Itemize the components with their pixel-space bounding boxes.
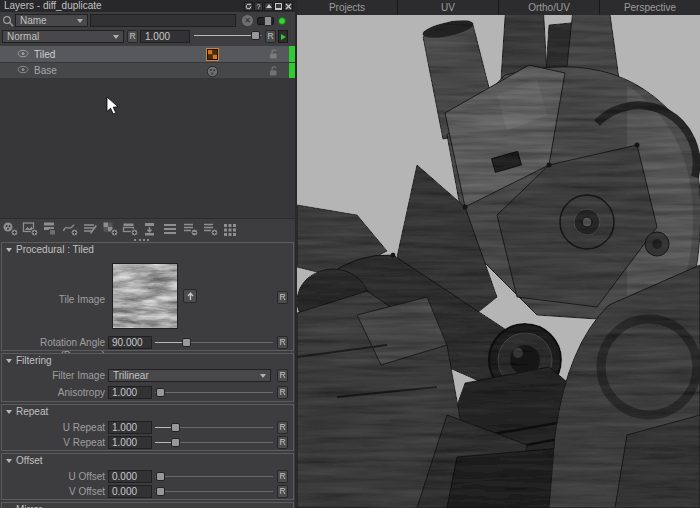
- anisotropy-slider[interactable]: [155, 386, 273, 399]
- visibility-eye-icon[interactable]: [17, 49, 29, 60]
- layer-search-input[interactable]: [90, 14, 236, 27]
- filter-toggle[interactable]: [257, 17, 274, 25]
- filter-image-reset-button[interactable]: R: [277, 369, 288, 382]
- remove-layer-icon[interactable]: [182, 221, 199, 237]
- search-filter-dropdown[interactable]: Name: [15, 14, 88, 27]
- slider-handle[interactable]: [156, 472, 165, 481]
- slider-handle[interactable]: [156, 487, 165, 496]
- section-collapse-icon: [6, 459, 12, 463]
- u-offset-reset-button[interactable]: R: [277, 470, 288, 483]
- slider-handle[interactable]: [171, 423, 180, 432]
- viewport-3d-canvas[interactable]: [297, 15, 700, 508]
- add-channel-layer-icon[interactable]: [202, 221, 219, 237]
- layer-row-base[interactable]: Base: [0, 63, 295, 78]
- tab-projects[interactable]: Projects: [297, 0, 398, 15]
- section-filtering: Filtering Filter Image Trilinear R Aniso…: [1, 353, 294, 402]
- layers-palette-titlebar[interactable]: Layers - diff_duplicate ?: [0, 0, 295, 12]
- toolbar-drag-handle[interactable]: [134, 239, 149, 241]
- v-repeat-slider[interactable]: [155, 436, 273, 449]
- u-repeat-slider[interactable]: [155, 421, 273, 434]
- slider-handle[interactable]: [156, 388, 165, 397]
- filter-image-row: Filter Image Trilinear R: [2, 369, 295, 382]
- duplicate-layer-icon[interactable]: [42, 221, 59, 237]
- tab-perspective[interactable]: Perspective: [600, 0, 700, 15]
- u-repeat-reset-button[interactable]: R: [277, 421, 288, 434]
- flatten-layers-icon[interactable]: [162, 221, 179, 237]
- section-repeat-header[interactable]: Repeat: [2, 405, 293, 418]
- section-title: Mirror: [16, 504, 42, 508]
- play-button[interactable]: [278, 30, 288, 43]
- import-image-button[interactable]: [183, 289, 197, 303]
- unlock-icon[interactable]: [268, 48, 279, 62]
- section-collapse-icon: [6, 359, 12, 363]
- tile-image-thumbnail[interactable]: [112, 263, 178, 329]
- u-repeat-label: U Repeat: [2, 421, 105, 434]
- help-icon[interactable]: ?: [254, 2, 263, 11]
- section-filtering-header[interactable]: Filtering: [2, 354, 293, 367]
- tile-image-label: Tile Image: [2, 293, 105, 306]
- u-offset-label: U Offset: [2, 470, 105, 483]
- blend-mode-reset-button[interactable]: R: [127, 30, 138, 43]
- refresh-icon[interactable]: [244, 2, 253, 11]
- blend-mode-row: Normal R 1.000 R: [0, 29, 295, 45]
- merge-layers-icon[interactable]: [142, 221, 159, 237]
- add-procedural-layer-icon[interactable]: [102, 221, 119, 237]
- slider-handle[interactable]: [171, 438, 180, 447]
- layer-opacity-slider[interactable]: [194, 29, 262, 42]
- clear-search-icon[interactable]: ✕: [242, 15, 253, 26]
- tab-ortho-uv[interactable]: Ortho/UV: [499, 0, 600, 15]
- layer-opacity-field[interactable]: 1.000: [140, 30, 190, 43]
- u-offset-slider[interactable]: [155, 470, 273, 483]
- rotation-angle-slider[interactable]: [155, 336, 273, 349]
- anisotropy-reset-button[interactable]: R: [277, 386, 288, 399]
- rotation-angle-field[interactable]: 90.000: [108, 336, 152, 349]
- chevron-down-icon: [77, 19, 83, 23]
- u-repeat-field[interactable]: 1.000: [108, 421, 152, 434]
- layer-name: Base: [34, 65, 57, 76]
- paint-layer-icon[interactable]: [206, 65, 219, 80]
- u-offset-field[interactable]: 0.000: [108, 470, 152, 483]
- section-repeat: Repeat U Repeat 1.000 R V Repeat 1.000 R: [1, 404, 294, 451]
- v-offset-field[interactable]: 0.000: [108, 485, 152, 498]
- v-offset-slider[interactable]: [155, 485, 273, 498]
- chevron-down-icon: [260, 374, 266, 378]
- anisotropy-row: Anisotropy 1.000 R: [2, 386, 295, 399]
- section-title: Filtering: [16, 355, 52, 366]
- procedural-tiled-icon[interactable]: [206, 48, 219, 63]
- layer-row-tiled[interactable]: Tiled: [0, 46, 295, 62]
- add-filter-layer-icon[interactable]: [82, 221, 99, 237]
- close-icon[interactable]: [284, 2, 293, 11]
- add-group-layer-icon[interactable]: [122, 221, 139, 237]
- layer-list[interactable]: Tiled Base: [0, 46, 295, 218]
- v-repeat-reset-button[interactable]: R: [277, 436, 288, 449]
- play-icon: [281, 34, 286, 40]
- v-repeat-field[interactable]: 1.000: [108, 436, 152, 449]
- section-mirror-header[interactable]: Mirror: [2, 503, 293, 508]
- v-offset-reset-button[interactable]: R: [277, 485, 288, 498]
- visibility-eye-icon[interactable]: [17, 65, 29, 76]
- section-collapse-icon: [6, 248, 12, 252]
- opacity-reset-button[interactable]: R: [265, 30, 276, 43]
- add-adjustment-layer-icon[interactable]: [62, 221, 79, 237]
- slider-handle[interactable]: [182, 338, 191, 347]
- float-icon[interactable]: [274, 2, 283, 11]
- filter-image-dropdown[interactable]: Trilinear: [108, 369, 271, 382]
- add-paint-layer-icon[interactable]: [2, 221, 19, 237]
- tile-image-reset-button[interactable]: R: [277, 291, 288, 304]
- section-title: Procedural : Tiled: [16, 244, 94, 255]
- rotation-reset-button[interactable]: R: [277, 336, 288, 349]
- tab-uv[interactable]: UV: [398, 0, 499, 15]
- section-mirror: Mirror: [1, 502, 294, 508]
- anisotropy-field[interactable]: 1.000: [108, 386, 152, 399]
- section-offset-header[interactable]: Offset: [2, 454, 293, 467]
- blend-mode-dropdown[interactable]: Normal: [2, 30, 124, 43]
- mari-app: Layers - diff_duplicate ? Name: [0, 0, 700, 508]
- add-image-layer-icon[interactable]: [22, 221, 39, 237]
- section-procedural-header[interactable]: Procedural : Tiled: [2, 243, 293, 256]
- unlock-icon[interactable]: [268, 65, 279, 79]
- layer-grid-view-icon[interactable]: [222, 221, 239, 237]
- anisotropy-label: Anisotropy: [2, 386, 105, 399]
- collapse-icon[interactable]: [264, 2, 273, 11]
- slider-handle[interactable]: [251, 31, 260, 40]
- u-offset-row: U Offset 0.000 R: [2, 470, 295, 483]
